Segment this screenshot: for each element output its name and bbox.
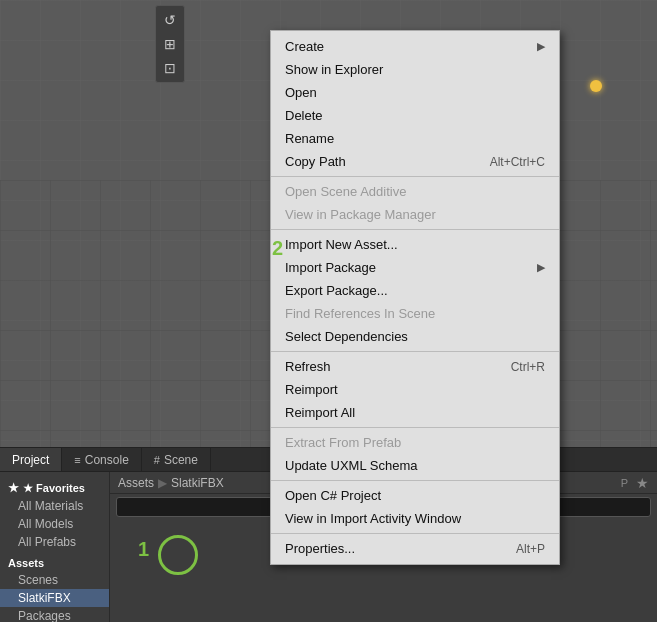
sidebar-item-packages[interactable]: Packages — [0, 607, 109, 622]
toolbar: ↺ ⊞ ⊡ — [155, 5, 185, 83]
menu-item-label: Select Dependencies — [285, 329, 408, 344]
menu-item-label: Open Scene Additive — [285, 184, 406, 199]
step2-label: 2 — [272, 237, 283, 260]
menu-item-delete[interactable]: Delete — [271, 104, 559, 127]
star-button[interactable]: ★ — [636, 475, 649, 491]
context-menu: Create▶Show in ExplorerOpenDeleteRenameC… — [270, 30, 560, 565]
breadcrumb-root[interactable]: Assets — [118, 476, 154, 490]
menu-item-label: View in Package Manager — [285, 207, 436, 222]
menu-item-view-in-package-manager: View in Package Manager — [271, 203, 559, 226]
menu-item-open-c-project[interactable]: Open C# Project — [271, 484, 559, 507]
menu-item-export-package[interactable]: Export Package... — [271, 279, 559, 302]
star-icon: ★ — [8, 481, 19, 495]
favorites-section: ★ ★ Favorites All Materials All Models A… — [0, 477, 109, 553]
sidebar-item-slatkifbx[interactable]: SlatkiFBX — [0, 589, 109, 607]
menu-separator — [271, 533, 559, 534]
menu-separator — [271, 351, 559, 352]
tab-project[interactable]: Project — [0, 448, 62, 471]
menu-item-label: Import Package — [285, 260, 376, 275]
menu-arrow-icon: ▶ — [537, 40, 545, 53]
menu-item-label: View in Import Activity Window — [285, 511, 461, 526]
menu-item-label: Reimport — [285, 382, 338, 397]
menu-item-label: Copy Path — [285, 154, 346, 169]
menu-item-rename[interactable]: Rename — [271, 127, 559, 150]
assets-section: Assets Scenes SlatkiFBX Packages — [0, 553, 109, 622]
menu-item-label: Delete — [285, 108, 323, 123]
menu-item-label: Find References In Scene — [285, 306, 435, 321]
menu-item-label: Open — [285, 85, 317, 100]
step1-circle — [158, 535, 198, 575]
menu-separator — [271, 176, 559, 177]
tab-scene[interactable]: # Scene — [142, 448, 211, 471]
scene-tab-label: Scene — [164, 453, 198, 467]
sun-indicator — [590, 80, 602, 92]
menu-item-import-package[interactable]: Import Package▶ — [271, 256, 559, 279]
menu-item-copy-path[interactable]: Copy PathAlt+Ctrl+C — [271, 150, 559, 173]
project-tab-label: Project — [12, 453, 49, 467]
menu-item-label: Refresh — [285, 359, 331, 374]
menu-item-label: Open C# Project — [285, 488, 381, 503]
menu-shortcut: Alt+P — [516, 542, 545, 556]
packages-label: Packages — [18, 609, 71, 622]
bounds-icon[interactable]: ⊡ — [159, 57, 181, 79]
menu-item-label: Show in Explorer — [285, 62, 383, 77]
sidebar-item-all-materials[interactable]: All Materials — [0, 497, 109, 515]
menu-item-reimport[interactable]: Reimport — [271, 378, 559, 401]
menu-shortcut: Alt+Ctrl+C — [490, 155, 545, 169]
menu-item-view-in-import-activity-window[interactable]: View in Import Activity Window — [271, 507, 559, 530]
console-icon: ≡ — [74, 454, 80, 466]
menu-item-label: Update UXML Schema — [285, 458, 417, 473]
menu-item-label: Extract From Prefab — [285, 435, 401, 450]
menu-item-label: Reimport All — [285, 405, 355, 420]
menu-item-import-new-asset[interactable]: Import New Asset... — [271, 233, 559, 256]
sidebar-item-scenes[interactable]: Scenes — [0, 571, 109, 589]
all-models-label: All Models — [18, 517, 73, 531]
tab-console[interactable]: ≡ Console — [62, 448, 141, 471]
menu-item-refresh[interactable]: RefreshCtrl+R — [271, 355, 559, 378]
menu-item-label: Create — [285, 39, 324, 54]
menu-item-reimport-all[interactable]: Reimport All — [271, 401, 559, 424]
menu-item-label: Rename — [285, 131, 334, 146]
scene-icon: # — [154, 454, 160, 466]
panel-extra-label: P — [621, 477, 628, 489]
menu-item-label: Import New Asset... — [285, 237, 398, 252]
menu-arrow-icon: ▶ — [537, 261, 545, 274]
assets-header: Assets — [0, 555, 109, 571]
sidebar-item-all-prefabs[interactable]: All Prefabs — [0, 533, 109, 551]
menu-separator — [271, 480, 559, 481]
menu-item-update-uxml-schema[interactable]: Update UXML Schema — [271, 454, 559, 477]
menu-item-extract-from-prefab: Extract From Prefab — [271, 431, 559, 454]
favorites-header: ★ ★ Favorites — [0, 479, 109, 497]
menu-item-find-references-in-scene: Find References In Scene — [271, 302, 559, 325]
menu-item-select-dependencies[interactable]: Select Dependencies — [271, 325, 559, 348]
all-materials-label: All Materials — [18, 499, 83, 513]
step1-label: 1 — [138, 538, 149, 561]
scenes-label: Scenes — [18, 573, 58, 587]
menu-shortcut: Ctrl+R — [511, 360, 545, 374]
menu-item-create[interactable]: Create▶ — [271, 35, 559, 58]
menu-separator — [271, 229, 559, 230]
sidebar-item-all-models[interactable]: All Models — [0, 515, 109, 533]
menu-item-show-in-explorer[interactable]: Show in Explorer — [271, 58, 559, 81]
console-tab-label: Console — [85, 453, 129, 467]
slatkifbx-label: SlatkiFBX — [18, 591, 71, 605]
menu-item-label: Properties... — [285, 541, 355, 556]
breadcrumb-current[interactable]: SlatkiFBX — [171, 476, 224, 490]
menu-item-properties[interactable]: Properties...Alt+P — [271, 537, 559, 560]
rotate-icon[interactable]: ↺ — [159, 9, 181, 31]
menu-item-label: Export Package... — [285, 283, 388, 298]
sidebar: ★ ★ Favorites All Materials All Models A… — [0, 472, 110, 622]
grid-icon[interactable]: ⊞ — [159, 33, 181, 55]
menu-item-open[interactable]: Open — [271, 81, 559, 104]
menu-item-open-scene-additive: Open Scene Additive — [271, 180, 559, 203]
breadcrumb-separator: ▶ — [158, 476, 167, 490]
menu-separator — [271, 427, 559, 428]
all-prefabs-label: All Prefabs — [18, 535, 76, 549]
